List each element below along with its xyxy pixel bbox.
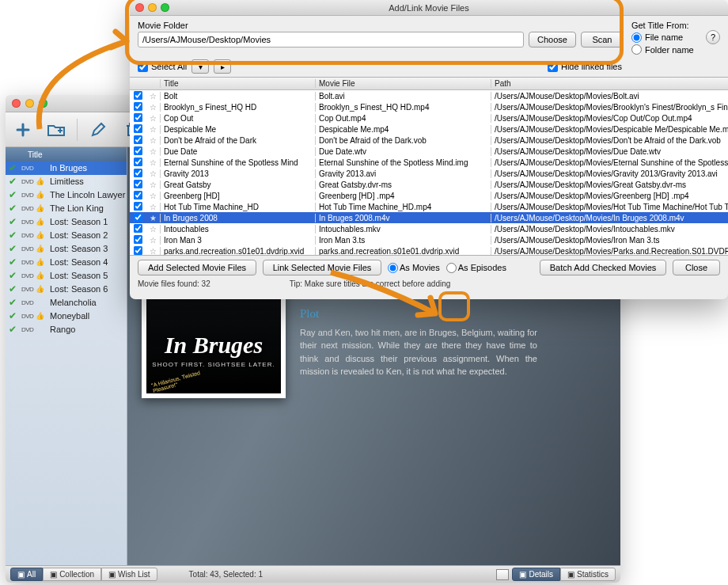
sidebar-item[interactable]: ✔DVD👍Lost: Season 3	[6, 242, 127, 256]
file-table-row[interactable]: ☆Cop OutCop Out.mp4/Users/AJMouse/Deskto…	[130, 112, 728, 123]
add-movie-button[interactable]	[10, 119, 36, 141]
dialog-close-button[interactable]	[135, 3, 144, 12]
close-window-button[interactable]	[12, 99, 21, 108]
movie-folder-input[interactable]	[138, 32, 524, 47]
row-checkbox[interactable]	[133, 146, 142, 154]
filter-tab-collection[interactable]: ▣Collection	[43, 568, 101, 581]
collapse-button[interactable]: ▾	[191, 59, 209, 74]
file-table-row[interactable]: ☆Hot Tub Time Machine_HDHot Tub Time Mac…	[130, 201, 728, 212]
row-star-icon[interactable]: ☆	[146, 247, 160, 256]
filter-tab-wishlist[interactable]: ▣Wish List	[101, 568, 157, 581]
radio-folder-name[interactable]	[631, 44, 642, 55]
row-star-icon[interactable]: ☆	[146, 236, 160, 245]
col-header-file[interactable]: Movie File	[315, 79, 491, 88]
file-table-row[interactable]: ☆Don't be Afraid of the DarkDon't be Afr…	[130, 135, 728, 146]
link-selected-button[interactable]: Link Selected Movie Files	[263, 260, 381, 275]
row-star-icon[interactable]: ☆	[146, 125, 160, 134]
sidebar-item[interactable]: ✔DVD👍The Lion King	[6, 202, 127, 215]
minimize-window-button[interactable]	[25, 99, 34, 108]
help-button[interactable]: ?	[706, 30, 720, 44]
sidebar-item-title: Lost: Season 4	[50, 257, 108, 267]
scan-button[interactable]: Scan	[581, 32, 624, 47]
file-table-row[interactable]: ☆Iron Man 3Iron Man 3.ts/Users/AJMouse/D…	[130, 234, 728, 245]
file-table-row[interactable]: ☆BoltBolt.avi/Users/AJMouse/Desktop/Movi…	[130, 90, 728, 101]
file-table-row[interactable]: ☆Great GatsbyGreat Gatsby.dvr-ms/Users/A…	[130, 179, 728, 190]
row-checkbox[interactable]	[133, 112, 142, 121]
radio-file-name[interactable]	[631, 32, 642, 43]
col-header-title[interactable]: Title	[160, 79, 315, 88]
row-star-icon[interactable]: ☆	[146, 114, 160, 123]
row-title: Hot Tub Time Machine_HD	[160, 203, 315, 211]
dialog-minimize-button[interactable]	[148, 3, 157, 12]
hide-linked-checkbox[interactable]	[548, 62, 558, 72]
row-star-icon[interactable]: ☆	[146, 92, 160, 101]
sidebar-item[interactable]: ✔DVD👍Lost: Season 2	[6, 229, 127, 242]
row-checkbox[interactable]	[133, 201, 142, 210]
sidebar-item[interactable]: ✔DVDIn Bruges	[6, 161, 127, 175]
add-selected-button[interactable]: Add Selected Movie Files	[138, 260, 256, 275]
file-table-row[interactable]: ★In Bruges 2008In Bruges 2008.m4v/Users/…	[130, 212, 728, 223]
batch-add-button[interactable]: Batch Add Checked Movies	[540, 260, 666, 275]
row-star-icon[interactable]: ☆	[146, 103, 160, 112]
as-movies-radio[interactable]	[388, 263, 398, 273]
panel-tab-details[interactable]: ▣Details	[512, 568, 560, 581]
dvd-tag: DVD	[21, 192, 32, 199]
file-table-row[interactable]: ☆Brooklyn_s Finest_HQ HDBrooklyn_s Fines…	[130, 101, 728, 112]
file-table-row[interactable]: ☆IntouchablesIntouchables.mkv/Users/AJMo…	[130, 223, 728, 234]
panel-tab-statistics[interactable]: ▣Statistics	[560, 568, 616, 581]
row-checkbox[interactable]	[133, 168, 142, 177]
row-star-icon[interactable]: ☆	[146, 180, 160, 189]
row-checkbox[interactable]	[133, 190, 142, 199]
row-checkbox[interactable]	[133, 157, 142, 165]
filter-tab-all[interactable]: ▣All	[10, 568, 43, 581]
check-icon: ✔	[9, 203, 18, 214]
row-checkbox[interactable]	[133, 234, 142, 243]
row-checkbox[interactable]	[133, 123, 142, 132]
sidebar-header[interactable]: Title	[6, 147, 127, 161]
row-star-icon[interactable]: ☆	[146, 192, 160, 200]
close-button[interactable]: Close	[673, 260, 720, 275]
file-table-header: Title Movie File Path	[130, 78, 728, 90]
sidebar-item[interactable]: ✔DVDRango	[6, 323, 127, 336]
poster-title: In Bruges	[146, 332, 281, 359]
view-mode-icon[interactable]	[496, 569, 509, 580]
row-checkbox[interactable]	[133, 179, 142, 188]
play-preview-button[interactable]: ▸	[214, 59, 231, 74]
dialog-zoom-button[interactable]	[161, 3, 169, 12]
row-star-icon[interactable]: ☆	[146, 225, 160, 234]
sidebar-item[interactable]: ✔DVD👍Moneyball	[6, 310, 127, 323]
row-checkbox[interactable]	[133, 101, 142, 110]
sidebar-item[interactable]: ✔DVD👍Lost: Season 1	[6, 215, 127, 229]
sidebar-item[interactable]: ✔DVDMelancholia	[6, 296, 127, 310]
row-star-icon[interactable]: ☆	[146, 169, 160, 178]
row-star-icon[interactable]: ☆	[146, 136, 160, 145]
sidebar-item[interactable]: ✔DVD👍The Lincoln Lawyer	[6, 188, 127, 202]
row-star-icon[interactable]: ★	[146, 214, 160, 222]
row-title: Cop Out	[160, 114, 315, 123]
sidebar-item[interactable]: ✔DVD👍Lost: Season 6	[6, 283, 127, 296]
file-table-row[interactable]: ☆Despicable MeDespicable Me.mp4/Users/AJ…	[130, 123, 728, 135]
file-table-row[interactable]: ☆parks.and.recreation.s01e01.dvdrip.xvid…	[130, 245, 728, 256]
row-checkbox[interactable]	[133, 223, 142, 232]
zoom-window-button[interactable]	[39, 99, 47, 108]
row-checkbox[interactable]	[133, 245, 142, 254]
add-folder-button[interactable]	[44, 119, 69, 141]
row-checkbox[interactable]	[133, 135, 142, 143]
sidebar-item[interactable]: ✔DVD👍Lost: Season 4	[6, 256, 127, 269]
sidebar-item[interactable]: ✔DVD👍Limitless	[6, 175, 127, 188]
file-table-row[interactable]: ☆Greenberg [HD]Greenberg [HD] .mp4/Users…	[130, 190, 728, 201]
select-all-checkbox[interactable]	[138, 62, 148, 72]
choose-button[interactable]: Choose	[529, 32, 576, 47]
file-table-row[interactable]: ☆Eternal Sunshine of the Spotless MindEt…	[130, 157, 728, 168]
row-checkbox[interactable]	[133, 90, 142, 99]
row-star-icon[interactable]: ☆	[146, 147, 160, 156]
file-table-row[interactable]: ☆Due DateDue Date.wtv/Users/AJMouse/Desk…	[130, 146, 728, 157]
row-star-icon[interactable]: ☆	[146, 158, 160, 167]
sidebar-item[interactable]: ✔DVD👍Lost: Season 5	[6, 269, 127, 283]
as-episodes-radio[interactable]	[446, 263, 457, 273]
col-header-path[interactable]: Path	[491, 79, 728, 88]
row-star-icon[interactable]: ☆	[146, 203, 160, 211]
edit-button[interactable]	[85, 119, 111, 141]
row-checkbox[interactable]	[133, 212, 142, 221]
file-table-row[interactable]: ☆Gravity 2013Gravity 2013.avi/Users/AJMo…	[130, 168, 728, 179]
